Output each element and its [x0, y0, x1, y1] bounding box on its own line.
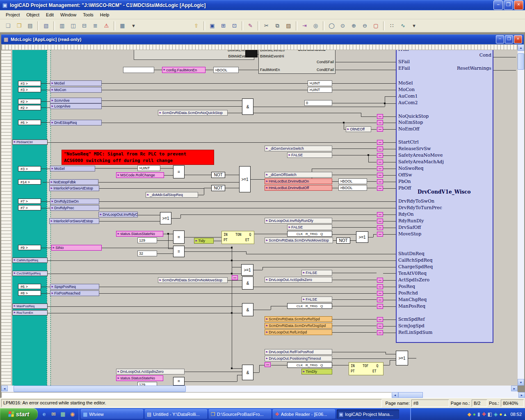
signal-label[interactable]: ⚑MoCon	[50, 87, 102, 93]
select-area-icon[interactable]: ▢	[371, 21, 381, 31]
tray-icon-6[interactable]: ◈	[494, 411, 498, 417]
value-box[interactable]: >UINT	[308, 87, 332, 93]
value-box[interactable]: >UINT	[137, 165, 160, 171]
connector-icon[interactable]	[377, 173, 383, 178]
value-box[interactable]: 129	[137, 237, 157, 243]
or-gate[interactable]: >=1	[241, 264, 253, 276]
input-connector-tag[interactable]: #7 >	[18, 199, 41, 204]
not-gate[interactable]: NOT	[336, 237, 350, 244]
connect-icon[interactable]: ∿	[398, 21, 408, 31]
open-icon[interactable]: ❒	[14, 21, 24, 31]
signal-label[interactable]: ⚑ScmDrvRtData.ScmDrvRefJogSpd	[265, 323, 332, 329]
vertical-scrollbar[interactable]: ▲ ▼	[518, 44, 524, 386]
timer-block[interactable]: IN TON Q PT ET	[221, 231, 254, 244]
signal-label[interactable]: ⚑FALSE	[301, 297, 332, 302]
signal-label[interactable]: ⚑ScmDrvRtData.ScmDrvNoMoveStop	[265, 237, 333, 243]
quicklaunch-ie-icon[interactable]: e	[40, 410, 48, 418]
signal-label[interactable]: ⚑FALSE	[301, 270, 332, 276]
signal-label[interactable]: ⚑status.StatusStateNo	[116, 375, 163, 381]
value-box[interactable]: >BOOL	[338, 178, 367, 184]
comment-box[interactable]: "NoSwoReq" MDC: Signal from Rc PLC to pr…	[62, 150, 214, 165]
signal-label[interactable]: ⚑DrvRdyPrec	[50, 205, 99, 211]
scroll-down-button[interactable]: ▼	[518, 379, 524, 386]
save-page-icon[interactable]: ⊡	[229, 21, 240, 31]
new-document-icon[interactable]: ❑	[3, 21, 13, 31]
rtrig-block[interactable]: CLK R_TRIG Q	[287, 362, 332, 368]
input-connector-tag[interactable]: #6 >	[18, 120, 41, 125]
tray-icon-3[interactable]: ▮	[477, 411, 480, 417]
and-gate[interactable]: &	[242, 303, 253, 316]
connector-icon[interactable]	[377, 212, 383, 217]
input-connector-tag[interactable]: #3 >	[18, 81, 41, 86]
signal-label[interactable]: ⚑DrvLoopOut.RefFixPosRod	[265, 349, 332, 355]
menu-edit[interactable]: Edit	[43, 11, 57, 18]
paste-icon[interactable]: ▨	[283, 21, 294, 31]
constant-chip[interactable]: ⚑TimDly	[301, 369, 332, 374]
connector-icon[interactable]	[377, 114, 383, 119]
tray-icon-7[interactable]: ●	[499, 411, 502, 417]
or-gate[interactable]: >=1	[160, 212, 171, 224]
outline-view-icon[interactable]: ▥	[57, 21, 67, 31]
signal-label[interactable]: ⚑HmiLocBut.DrvInvButOff	[265, 185, 332, 191]
signal-label[interactable]: ⚑StNo	[51, 245, 102, 251]
vertical-scroll-thumb[interactable]	[518, 53, 524, 70]
print-icon[interactable]: ▤	[25, 21, 35, 31]
input-connector-tag[interactable]: #3 >	[18, 166, 41, 171]
input-connector-tag[interactable]: #8 >	[18, 290, 41, 296]
horizontal-scrollbar[interactable]: ◄ ►	[1, 386, 518, 392]
minimize-button[interactable]: −	[493, 0, 503, 10]
connector-icon[interactable]	[377, 127, 383, 132]
connector-icon[interactable]	[377, 284, 383, 289]
menu-window[interactable]: Window	[57, 11, 80, 18]
properties-icon[interactable]: ▧	[41, 21, 51, 31]
zoom-in-icon[interactable]: ⊕	[349, 21, 359, 31]
quicklaunch-player-icon[interactable]: ◉	[68, 410, 77, 418]
or-gate[interactable]: >=1	[396, 351, 408, 365]
zoom-out-icon[interactable]: ⊖	[360, 21, 370, 31]
input-connector-tag[interactable]: #2 >	[18, 105, 41, 110]
signal-label[interactable]: ⚑DrvEStopReq	[50, 120, 102, 126]
connector-icon[interactable]	[232, 275, 238, 280]
menu-tools[interactable]: Tools	[80, 11, 97, 18]
input-connector-tag[interactable]: #6 >	[18, 284, 41, 289]
connector-icon[interactable]	[377, 186, 383, 191]
task-wtview[interactable]: ▦Wtview	[81, 409, 143, 419]
dropdown2-icon[interactable]: ▾	[409, 21, 419, 31]
connector-icon[interactable]	[377, 153, 383, 158]
tile-vertical-icon[interactable]: ⊟	[79, 21, 89, 31]
connector-icon[interactable]	[377, 179, 383, 184]
value-box[interactable]: >UINT	[308, 80, 332, 86]
connector-icon[interactable]	[377, 291, 383, 296]
signal-label[interactable]: ⚑OltNEOff	[346, 126, 371, 132]
quicklaunch-desktop-icon[interactable]: ▦	[59, 410, 67, 418]
value-box[interactable]	[123, 67, 154, 73]
scroll-left-button[interactable]: ◄	[1, 386, 8, 391]
eq-gate[interactable]: =	[173, 246, 185, 257]
connector-icon[interactable]	[377, 330, 383, 335]
connector-icon[interactable]	[377, 219, 383, 224]
menu-object[interactable]: Object	[23, 11, 43, 18]
tray-icon-8[interactable]: ▴	[504, 411, 506, 417]
signal-label[interactable]: ⚑ManPosReq	[12, 304, 48, 309]
eq-gate[interactable]: =	[173, 377, 185, 386]
ole-object-icon[interactable]: ▦	[117, 21, 128, 31]
find-icon[interactable]: ◎	[310, 21, 321, 31]
signal-label[interactable]: ⚑DrvLoopOut.RefLinSpd	[265, 329, 332, 335]
pane-scrollbar[interactable]: ◄ ►	[1, 392, 525, 398]
signal-label[interactable]: ⚑FixPosReached	[50, 290, 99, 296]
input-connector-tag[interactable]: #14 >	[18, 179, 41, 185]
child-close-button[interactable]: ×	[514, 35, 522, 43]
signal-label[interactable]: ⚑CalWuSpdReq	[12, 258, 48, 263]
signal-label[interactable]: ⚑DrvLoopOut.ActSpdIsZero	[116, 369, 185, 374]
signal-label[interactable]: ⚑status.StatusStateNo	[116, 231, 163, 237]
connector-icon[interactable]	[377, 160, 383, 164]
grid-icon[interactable]: ∷	[387, 21, 397, 31]
connector-icon[interactable]	[377, 304, 383, 309]
import-icon[interactable]: ⇥	[299, 21, 310, 31]
not-gate[interactable]: NOT	[211, 185, 225, 191]
edit-icon[interactable]: ✎	[245, 21, 256, 31]
constant-chip[interactable]: ⚑Tidy	[194, 238, 214, 244]
signal-label[interactable]: ⚑FALSE	[287, 152, 332, 158]
task-logicad[interactable]: ▣logiCAD Project Mana...	[337, 409, 399, 419]
up-one-level-icon[interactable]: ⇧	[191, 21, 201, 31]
